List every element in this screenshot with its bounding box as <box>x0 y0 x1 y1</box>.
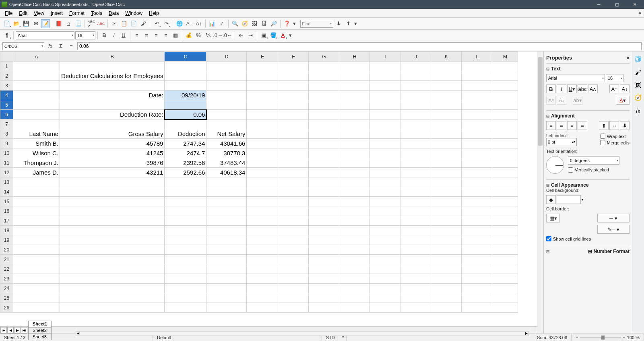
cell-G12[interactable] <box>309 168 339 177</box>
panel-highlight-button[interactable]: ab▾ <box>573 96 582 105</box>
panel-align-left-button[interactable]: ≡ <box>546 121 556 130</box>
cell-M17[interactable] <box>492 216 518 226</box>
col-header-I[interactable]: I <box>370 52 400 62</box>
standard-format-button[interactable]: ⅗ <box>204 31 213 40</box>
cell-G11[interactable] <box>309 158 339 168</box>
tab-last-button[interactable]: ⏭ <box>21 327 27 334</box>
cell-J23[interactable] <box>400 274 431 284</box>
cell-G15[interactable] <box>309 197 339 206</box>
cell-G9[interactable] <box>309 139 339 148</box>
cell-F14[interactable] <box>278 187 309 197</box>
cell-E3[interactable] <box>247 81 278 91</box>
cell-H4[interactable] <box>339 91 370 100</box>
menu-format[interactable]: Format <box>66 10 88 17</box>
cell-A13[interactable] <box>13 177 60 187</box>
cell-C11[interactable]: 2392.56 <box>165 158 206 168</box>
cell-M26[interactable] <box>492 303 518 313</box>
cell-A12[interactable]: James D. <box>13 168 60 177</box>
col-header-H[interactable]: H <box>339 52 370 62</box>
row-header-3[interactable]: 3 <box>0 81 13 91</box>
row-header-11[interactable]: 11 <box>0 158 13 168</box>
cell-H24[interactable] <box>339 284 370 293</box>
cell-D24[interactable] <box>206 284 247 293</box>
format-paintbrush-button[interactable]: 🖌 <box>139 19 148 28</box>
spellcheck-button[interactable]: ABC✔ <box>87 19 96 28</box>
cell-J8[interactable] <box>400 129 431 139</box>
menu-file[interactable]: File <box>2 10 16 17</box>
cell-A14[interactable] <box>13 187 60 197</box>
decrease-indent-button[interactable]: ⇤ <box>236 31 245 40</box>
cell-E14[interactable] <box>247 187 278 197</box>
cell-E15[interactable] <box>247 197 278 206</box>
cell-J6[interactable] <box>400 110 431 119</box>
cell-D4[interactable] <box>206 91 247 100</box>
cell-J19[interactable] <box>400 235 431 245</box>
cell-G26[interactable] <box>309 303 339 313</box>
cell-L10[interactable] <box>462 148 492 158</box>
cell-I8[interactable] <box>370 129 400 139</box>
cell-M11[interactable] <box>492 158 518 168</box>
cell-C21[interactable] <box>165 255 206 264</box>
cell-I5[interactable] <box>370 100 400 110</box>
panel-shrink-font-button[interactable]: A↓ <box>620 84 630 93</box>
cell-J17[interactable] <box>400 216 431 226</box>
cell-F19[interactable] <box>278 235 309 245</box>
cell-G21[interactable] <box>309 255 339 264</box>
row-header-2[interactable]: 2 <box>0 71 13 81</box>
cell-A1[interactable] <box>13 62 60 71</box>
cell-I20[interactable] <box>370 245 400 255</box>
cell-E23[interactable] <box>247 274 278 284</box>
find-replace-button[interactable]: 🔍 <box>231 19 239 28</box>
cell-H15[interactable] <box>339 197 370 206</box>
cell-D15[interactable] <box>206 197 247 206</box>
cell-B7[interactable] <box>60 119 165 129</box>
align-center-button[interactable]: ≡ <box>142 31 151 40</box>
border-color-combo[interactable]: ✎─ ▾ <box>597 225 630 234</box>
cell-M6[interactable] <box>492 110 518 119</box>
functions-tab-icon[interactable]: fx <box>634 106 643 115</box>
cell-B4[interactable]: Date: <box>60 91 165 100</box>
menu-tools[interactable]: Tools <box>88 10 105 17</box>
panel-subscript-button[interactable]: Aₐ <box>557 96 566 105</box>
cell-A22[interactable] <box>13 264 60 274</box>
cell-I26[interactable] <box>370 303 400 313</box>
col-header-K[interactable]: K <box>431 52 462 62</box>
cell-H12[interactable] <box>339 168 370 177</box>
cell-F20[interactable] <box>278 245 309 255</box>
cell-K15[interactable] <box>431 197 462 206</box>
cell-I6[interactable] <box>370 110 400 119</box>
cell-F26[interactable] <box>278 303 309 313</box>
cell-L11[interactable] <box>462 158 492 168</box>
paste-button[interactable]: 📄 <box>129 19 138 28</box>
row-header-14[interactable]: 14 <box>0 187 13 197</box>
cell-F25[interactable] <box>278 293 309 303</box>
data-sources-button[interactable]: 🗄 <box>260 19 268 28</box>
cell-E8[interactable] <box>247 129 278 139</box>
col-header-M[interactable]: M <box>492 52 518 62</box>
cell-D19[interactable] <box>206 235 247 245</box>
cell-L3[interactable] <box>462 81 492 91</box>
cell-K13[interactable] <box>431 177 462 187</box>
cell-F11[interactable] <box>278 158 309 168</box>
col-header-L[interactable]: L <box>462 52 492 62</box>
cell-K24[interactable] <box>431 284 462 293</box>
cell-G25[interactable] <box>309 293 339 303</box>
cell-A24[interactable] <box>13 284 60 293</box>
row-header-1[interactable]: 1 <box>0 62 13 71</box>
find-toolbar-overflow-icon[interactable]: ▾ <box>353 19 357 28</box>
row-header-5[interactable]: 5 <box>0 100 13 110</box>
cell-G1[interactable] <box>309 62 339 71</box>
cell-E5[interactable] <box>247 100 278 110</box>
cell-M8[interactable] <box>492 129 518 139</box>
styles-button[interactable]: ¶ <box>2 31 11 40</box>
cell-H16[interactable] <box>339 206 370 216</box>
cell-G6[interactable] <box>309 110 339 119</box>
cell-A9[interactable]: Smith B. <box>13 139 60 148</box>
panel-italic-button[interactable]: I <box>557 84 566 93</box>
row-header-9[interactable]: 9 <box>0 139 13 148</box>
cell-C8[interactable]: Deduction <box>165 129 206 139</box>
cell-H7[interactable] <box>339 119 370 129</box>
cell-J16[interactable] <box>400 206 431 216</box>
cell-C25[interactable] <box>165 293 206 303</box>
cell-I9[interactable] <box>370 139 400 148</box>
